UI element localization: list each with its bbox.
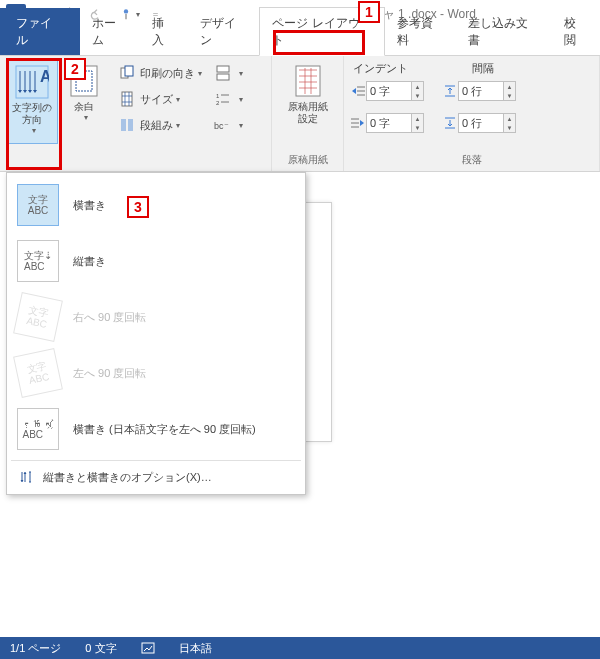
status-proofing-icon[interactable] (141, 641, 155, 655)
genkou-button[interactable]: 原稿用紙 設定 (282, 60, 334, 144)
margins-label: 余白 (74, 101, 94, 113)
menu-item-rotate-right: 文字 ABC 右へ 90 度回転 (7, 289, 305, 345)
chevron-down-icon: ▾ (239, 95, 243, 104)
rotate-right-icon: 文字 ABC (13, 292, 63, 342)
spacing-after-icon (442, 116, 458, 130)
chevron-down-icon: ▾ (84, 113, 88, 123)
chevron-down-icon: ▾ (176, 121, 180, 130)
breaks-button[interactable]: ▾ (212, 60, 245, 86)
tab-references[interactable]: 参考資料 (385, 8, 457, 55)
spacing-before-field[interactable]: 0 行 (458, 81, 504, 101)
size-label: サイズ (140, 92, 173, 107)
chevron-down-icon: ▾ (239, 69, 243, 78)
svg-rect-11 (217, 74, 229, 80)
svg-rect-8 (121, 119, 126, 131)
svg-text:bc⁻: bc⁻ (214, 121, 229, 131)
horizontal-jp-icon: ᠵᡠᡴ ABC (17, 408, 59, 450)
text-direction-options-icon (17, 468, 35, 486)
group-paragraph: インデント 間隔 0 字 ▲▼ 0 行 ▲▼ 0 字 ▲▼ 0 行 ▲▼ (344, 56, 600, 171)
menu-item-label: 横書き (日本語文字を左へ 90 度回転) (73, 422, 256, 437)
group-genkou: 原稿用紙 設定 原稿用紙 (272, 56, 344, 171)
text-direction-icon: A (15, 65, 49, 99)
columns-button[interactable]: 段組み▾ (114, 112, 206, 138)
columns-icon (118, 116, 136, 134)
chevron-down-icon: ▾ (198, 69, 202, 78)
chevron-down-icon: ▾ (239, 121, 243, 130)
spacing-heading: 間隔 (460, 58, 494, 78)
group-genkou-label: 原稿用紙 (272, 151, 343, 171)
size-button[interactable]: サイズ▾ (114, 86, 206, 112)
ribbon: A 文字列の 方向 ▾ 余白 ▾ 印刷の向き▾ サイズ▾ (0, 56, 600, 172)
text-direction-label: 文字列の 方向 (12, 102, 52, 126)
tab-file[interactable]: ファイル (0, 8, 80, 55)
spacing-after-spin[interactable]: ▲▼ (504, 113, 516, 133)
orientation-button[interactable]: 印刷の向き▾ (114, 60, 206, 86)
horizontal-icon: 文字 ABC (17, 184, 59, 226)
svg-text:2: 2 (216, 100, 220, 106)
genkou-label: 原稿用紙 設定 (288, 101, 328, 125)
indent-right-spin[interactable]: ▲▼ (412, 113, 424, 133)
menu-item-label: 横書き (73, 198, 106, 213)
menu-item-label: 右へ 90 度回転 (73, 310, 146, 325)
menu-item-rotate-left: 文字 ABC 左へ 90 度回転 (7, 345, 305, 401)
hyphenation-button[interactable]: bc⁻▾ (212, 112, 245, 138)
menu-separator (11, 460, 301, 461)
status-language[interactable]: 日本語 (179, 641, 212, 656)
margins-button[interactable]: 余白 ▾ (58, 60, 110, 144)
indent-heading: インデント (350, 58, 460, 78)
hyphenation-icon: bc⁻ (214, 116, 232, 134)
rotate-left-icon: 文字 ABC (13, 348, 63, 398)
text-direction-button[interactable]: A 文字列の 方向 ▾ (6, 60, 58, 144)
text-direction-menu: 文字 ABC 横書き 文字⇣ ABC 縦書き 文字 ABC 右へ 90 度回転 … (6, 172, 306, 495)
tab-mailings[interactable]: 差し込み文書 (456, 8, 552, 55)
indent-left-spin[interactable]: ▲▼ (412, 81, 424, 101)
svg-rect-15 (296, 66, 320, 96)
menu-item-label: 左へ 90 度回転 (73, 366, 146, 381)
menu-item-horizontal-jp[interactable]: ᠵᡠᡴ ABC 横書き (日本語文字を左へ 90 度回転) (7, 401, 305, 457)
margins-icon (67, 64, 101, 98)
menu-item-vertical[interactable]: 文字⇣ ABC 縦書き (7, 233, 305, 289)
tab-page-layout[interactable]: ページ レイアウト (259, 7, 384, 56)
line-numbers-button[interactable]: 12▾ (212, 86, 245, 112)
indent-right-icon (350, 116, 366, 130)
breaks-icon (214, 64, 232, 82)
group-paragraph-label: 段落 (344, 151, 599, 171)
group-page-setup-label (0, 154, 271, 171)
spacing-before-spin[interactable]: ▲▼ (504, 81, 516, 101)
svg-rect-10 (217, 66, 229, 72)
indent-right-field[interactable]: 0 字 (366, 113, 412, 133)
svg-text:1: 1 (216, 93, 220, 99)
indent-left-icon (350, 84, 366, 98)
tab-review[interactable]: 校閲 (552, 8, 600, 55)
line-numbers-icon: 12 (214, 90, 232, 108)
svg-text:A: A (40, 68, 49, 85)
group-page-setup: A 文字列の 方向 ▾ 余白 ▾ 印刷の向き▾ サイズ▾ (0, 56, 272, 171)
vertical-icon: 文字⇣ ABC (17, 240, 59, 282)
menu-item-options[interactable]: 縦書きと横書きのオプション(X)… (7, 464, 305, 490)
genkou-icon (291, 64, 325, 98)
indent-left-field[interactable]: 0 字 (366, 81, 412, 101)
orientation-icon (118, 64, 136, 82)
status-page[interactable]: 1/1 ページ (10, 641, 61, 656)
chevron-down-icon: ▾ (176, 95, 180, 104)
status-bar: 1/1 ページ 0 文字 日本語 (0, 637, 600, 659)
chevron-down-icon: ▾ (32, 126, 36, 136)
svg-rect-9 (128, 119, 133, 131)
spacing-before-icon (442, 84, 458, 98)
spacing-after-field[interactable]: 0 行 (458, 113, 504, 133)
menu-item-label: 縦書きと横書きのオプション(X)… (43, 470, 212, 485)
svg-rect-6 (125, 66, 133, 76)
tab-home[interactable]: ホーム (80, 8, 140, 55)
tab-design[interactable]: デザイン (188, 8, 260, 55)
menu-item-label: 縦書き (73, 254, 106, 269)
svg-rect-7 (122, 92, 132, 106)
menu-item-horizontal[interactable]: 文字 ABC 横書き (7, 177, 305, 233)
svg-rect-16 (142, 643, 154, 653)
orientation-label: 印刷の向き (140, 66, 195, 81)
status-word-count[interactable]: 0 文字 (85, 641, 116, 656)
columns-label: 段組み (140, 118, 173, 133)
tab-insert[interactable]: 挿入 (140, 8, 188, 55)
size-icon (118, 90, 136, 108)
ribbon-tabs: ファイル ホーム 挿入 デザイン ページ レイアウト 参考資料 差し込み文書 校… (0, 28, 600, 56)
